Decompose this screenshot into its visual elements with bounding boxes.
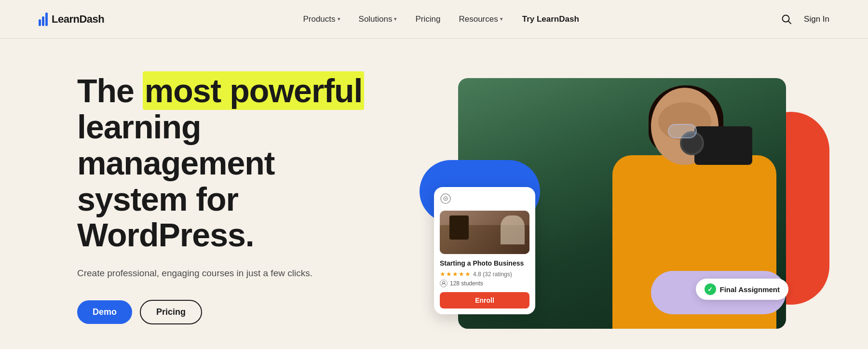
- search-icon: [781, 14, 792, 25]
- rating-value: 4.8: [473, 271, 481, 278]
- students-icon: [440, 280, 448, 287]
- sign-in-button[interactable]: Sign In: [804, 14, 829, 24]
- nav-item-pricing[interactable]: Pricing: [408, 11, 447, 28]
- chevron-down-icon: ▾: [394, 16, 397, 22]
- logo-bar-2: [42, 16, 44, 26]
- course-stars: ★ ★ ★ ★ ★ 4.8 (32 ratings): [440, 270, 529, 278]
- nav-item-try[interactable]: Try LearnDash: [515, 11, 587, 28]
- star-5: ★: [465, 270, 471, 278]
- camera-prop: [694, 126, 752, 165]
- logo[interactable]: LearnDash: [39, 13, 104, 26]
- pricing-button[interactable]: Pricing: [140, 300, 202, 324]
- nav-label-products: Products: [303, 14, 335, 24]
- rating-text: 4.8 (32 ratings): [473, 271, 512, 278]
- assignment-label: Final Assignment: [720, 285, 780, 294]
- chevron-down-icon: ▾: [338, 16, 340, 22]
- course-thumbnail: [440, 211, 529, 254]
- nav-label-resources: Resources: [459, 14, 498, 24]
- glasses-decoration: [668, 124, 697, 138]
- headline-part2: learning management system for WordPress…: [77, 108, 274, 253]
- main-nav: Products ▾ Solutions ▾ Pricing Resources…: [296, 11, 586, 28]
- nav-item-solutions[interactable]: Solutions ▾: [352, 11, 404, 28]
- header-actions: Sign In: [779, 12, 829, 27]
- chevron-down-icon: ▾: [500, 16, 503, 22]
- hero-visual: Starting a Photo Business ★ ★ ★ ★ ★ 4.8 …: [395, 64, 829, 334]
- students-count: 128 students: [450, 280, 483, 287]
- hero-headline: The most powerful learning management sy…: [77, 73, 386, 253]
- logo-icon: [39, 13, 48, 26]
- svg-point-4: [445, 198, 447, 199]
- enroll-button[interactable]: Enroll: [440, 292, 529, 309]
- rating-count: (32 ratings): [483, 271, 512, 278]
- thumbnail-image: [440, 211, 529, 254]
- hero-content: The most powerful learning management sy…: [77, 73, 386, 324]
- course-platform-icon: [440, 193, 529, 207]
- logo-bar-1: [39, 19, 41, 26]
- assignment-badge: ✓ Final Assignment: [696, 279, 788, 300]
- logo-bar-3: [45, 13, 48, 26]
- star-4: ★: [459, 270, 464, 278]
- search-button[interactable]: [779, 12, 794, 27]
- hero-subtext: Create professional, engaging courses in…: [77, 267, 386, 281]
- headline-part1: The: [77, 72, 143, 109]
- star-2: ★: [446, 270, 452, 278]
- nav-label-solutions: Solutions: [359, 14, 393, 24]
- star-1: ★: [440, 270, 446, 278]
- logo-text: LearnDash: [52, 13, 104, 26]
- course-title: Starting a Photo Business: [440, 259, 529, 268]
- course-card: Starting a Photo Business ★ ★ ★ ★ ★ 4.8 …: [434, 187, 535, 314]
- star-3: ★: [452, 270, 458, 278]
- nav-label-pricing: Pricing: [415, 14, 440, 24]
- svg-line-1: [788, 21, 791, 24]
- nav-item-resources[interactable]: Resources ▾: [452, 11, 509, 28]
- nav-label-try: Try LearnDash: [522, 14, 579, 24]
- nav-item-products[interactable]: Products ▾: [296, 11, 347, 28]
- demo-button[interactable]: Demo: [77, 300, 132, 324]
- students-row: 128 students: [440, 280, 529, 287]
- check-icon: ✓: [705, 283, 716, 295]
- header: LearnDash Products ▾ Solutions ▾ Pricing…: [0, 0, 868, 39]
- hero-section: The most powerful learning management sy…: [0, 39, 868, 349]
- headline-highlight: most powerful: [143, 71, 365, 110]
- hero-cta-group: Demo Pricing: [77, 300, 386, 324]
